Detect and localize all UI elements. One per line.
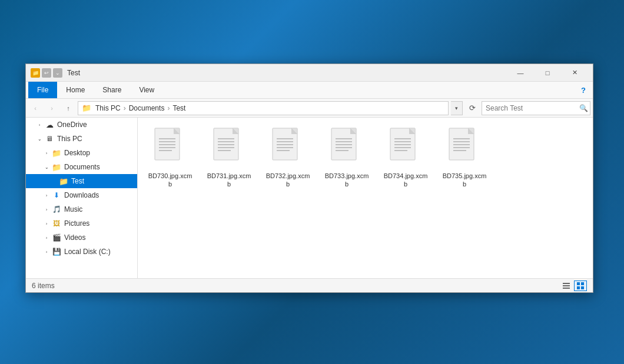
minimize-button[interactable]: —: [507, 64, 534, 82]
sidebar-label-downloads: Downloads: [64, 191, 99, 199]
expand-arrow-documents: ⌄: [42, 163, 51, 171]
address-bar: ‹ › ↑ 📁 This PC › Documents › Test ▾ ⟳ 🔍: [26, 99, 593, 118]
search-box: 🔍: [482, 101, 590, 115]
sidebar-item-test[interactable]: › 📁 Test: [26, 174, 137, 188]
sidebar-item-localdisk[interactable]: › 💾 Local Disk (C:): [26, 245, 137, 259]
sidebar-item-thispc[interactable]: ⌄ 🖥 This PC: [26, 132, 137, 146]
quick-access-btn-3[interactable]: ⌄: [53, 68, 62, 78]
sidebar-label-music: Music: [64, 205, 82, 213]
sidebar-label-localdisk: Local Disk (C:): [64, 248, 111, 256]
expand-arrow-thispc: ⌄: [35, 135, 44, 143]
file-item-0[interactable]: BD730.jpg.xcmb: [144, 123, 197, 192]
largeicons-view-icon: [576, 282, 585, 290]
folder-icon-desktop: 📁: [52, 148, 61, 158]
expand-arrow-videos: ›: [42, 233, 51, 242]
pictures-icon: 🖼: [52, 219, 61, 228]
sidebar-label-documents: Documents: [64, 163, 100, 171]
sidebar-item-downloads[interactable]: › ⬇ Downloads: [26, 188, 137, 202]
file-icon-5: [446, 127, 483, 169]
folder-icon-test: 📁: [59, 176, 68, 186]
svg-rect-54: [581, 286, 584, 289]
file-area: BD730.jpg.xcmb BD731.jpg.xcmb: [138, 118, 593, 278]
videos-icon: 🎬: [52, 233, 61, 242]
ribbon-tabs: File Home Share View ?: [26, 82, 593, 98]
address-dropdown-button[interactable]: ▾: [451, 101, 463, 115]
breadcrumb: 📁 This PC › Documents › Test: [82, 103, 185, 112]
sidebar-label-thispc: This PC: [57, 135, 82, 143]
help-button[interactable]: ?: [579, 82, 593, 98]
sidebar-label-videos: Videos: [64, 233, 85, 242]
sidebar-label-onedrive: OneDrive: [57, 121, 87, 129]
address-path[interactable]: 📁 This PC › Documents › Test: [78, 101, 449, 115]
maximize-button[interactable]: □: [534, 64, 561, 82]
quick-access-toolbar: 📁 ↩ ⌄: [31, 68, 62, 78]
forward-button[interactable]: ›: [45, 101, 59, 115]
expand-arrow-pictures: ›: [42, 219, 51, 228]
back-button[interactable]: ‹: [28, 101, 42, 115]
file-grid: BD730.jpg.xcmb BD731.jpg.xcmb: [144, 123, 587, 192]
tab-file[interactable]: File: [28, 82, 57, 98]
file-item-5[interactable]: BD735.jpg.xcmb: [438, 123, 491, 192]
details-view-icon: [562, 282, 570, 290]
music-icon: 🎵: [52, 205, 61, 214]
svg-rect-49: [563, 285, 570, 286]
window-title: Test: [67, 69, 507, 77]
tab-home[interactable]: Home: [57, 82, 94, 98]
computer-icon: 🖥: [45, 134, 54, 143]
file-name-0: BD730.jpg.xcmb: [147, 172, 193, 189]
expand-arrow-music: ›: [42, 205, 51, 213]
view-details-button[interactable]: [560, 280, 573, 291]
breadcrumb-test: Test: [172, 104, 185, 112]
file-icon-4: [387, 127, 424, 169]
expand-arrow-localdisk: ›: [42, 248, 51, 256]
sidebar-label-desktop: Desktop: [64, 149, 90, 157]
file-icon-0: [151, 127, 189, 169]
sidebar-item-desktop[interactable]: › 📁 Desktop: [26, 146, 137, 160]
cloud-icon: ☁: [45, 120, 54, 129]
breadcrumb-documents: Documents: [129, 104, 165, 112]
svg-rect-50: [563, 288, 570, 289]
main-content: › ☁ OneDrive ⌄ 🖥 This PC › 📁 Desktop ⌄ 📁…: [26, 118, 593, 278]
search-input[interactable]: [482, 104, 577, 112]
file-name-4: BD734.jpg.xcmb: [383, 172, 429, 189]
tab-share[interactable]: Share: [94, 82, 130, 98]
quick-access-btn-1[interactable]: 📁: [31, 68, 40, 78]
svg-rect-48: [563, 283, 570, 284]
title-bar: 📁 ↩ ⌄ Test — □ ✕: [26, 64, 593, 82]
expand-arrow-desktop: ›: [42, 149, 51, 157]
quick-access-btn-2[interactable]: ↩: [42, 68, 51, 78]
tab-view[interactable]: View: [130, 82, 163, 98]
up-button[interactable]: ↑: [61, 101, 75, 115]
sidebar: › ☁ OneDrive ⌄ 🖥 This PC › 📁 Desktop ⌄ 📁…: [26, 118, 138, 278]
folder-icon-documents: 📁: [52, 162, 61, 172]
sidebar-item-pictures[interactable]: › 🖼 Pictures: [26, 216, 137, 231]
sidebar-item-onedrive[interactable]: › ☁ OneDrive: [26, 118, 137, 132]
file-item-2[interactable]: BD732.jpg.xcmb: [261, 123, 314, 192]
expand-arrow-onedrive: ›: [35, 121, 44, 129]
sidebar-item-documents[interactable]: ⌄ 📁 Documents: [26, 160, 137, 174]
close-button[interactable]: ✕: [561, 64, 588, 82]
drive-icon: 💾: [52, 247, 61, 256]
file-name-2: BD732.jpg.xcmb: [265, 172, 311, 189]
sidebar-label-test: Test: [71, 177, 84, 185]
ribbon: File Home Share View ?: [26, 82, 593, 99]
file-item-3[interactable]: BD733.jpg.xcmb: [320, 123, 373, 192]
file-item-4[interactable]: BD734.jpg.xcmb: [379, 123, 432, 192]
refresh-button[interactable]: ⟳: [465, 101, 479, 115]
view-buttons: [560, 280, 587, 291]
file-icon-1: [210, 127, 248, 169]
file-item-1[interactable]: BD731.jpg.xcmb: [203, 123, 255, 192]
svg-rect-52: [581, 282, 584, 285]
breadcrumb-thispc: This PC: [95, 104, 121, 112]
file-name-5: BD735.jpg.xcmb: [442, 172, 487, 189]
expand-arrow-downloads: ›: [42, 191, 51, 199]
view-largeicons-button[interactable]: [574, 280, 587, 291]
svg-rect-53: [577, 286, 580, 289]
svg-rect-51: [577, 282, 580, 285]
search-icon[interactable]: 🔍: [577, 101, 590, 115]
file-explorer-window: 📁 ↩ ⌄ Test — □ ✕ File Home Share View ? …: [25, 64, 593, 293]
sidebar-item-music[interactable]: › 🎵 Music: [26, 202, 137, 216]
window-controls: — □ ✕: [507, 64, 588, 82]
sidebar-item-videos[interactable]: › 🎬 Videos: [26, 231, 137, 245]
breadcrumb-folder-icon: 📁: [82, 103, 91, 112]
